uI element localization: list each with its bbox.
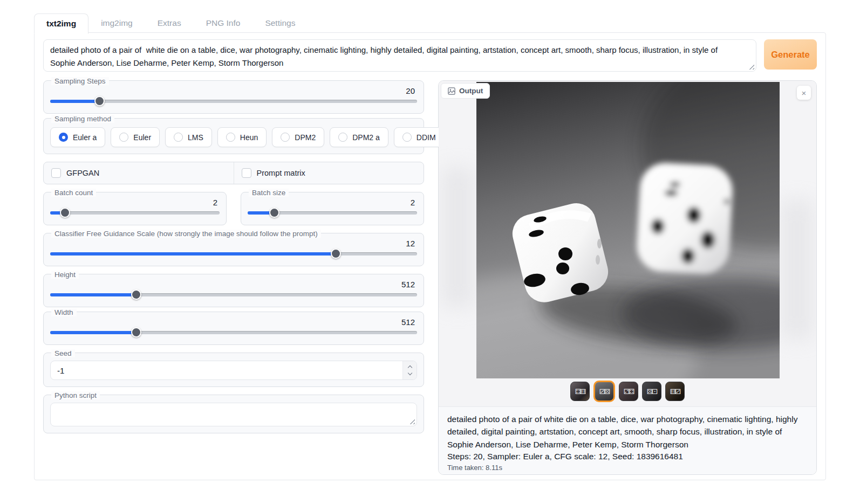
radio-label: DDIM [417, 133, 436, 142]
width-value: 512 [50, 317, 417, 327]
radio-euler-a[interactable]: Euler a [50, 127, 105, 147]
close-icon[interactable]: × [797, 86, 811, 100]
caption-params: Steps: 20, Sampler: Euler a, CFG scale: … [447, 452, 808, 461]
width-slider[interactable] [50, 327, 417, 338]
radio-dot-icon [402, 133, 412, 142]
cfg-scale-slider[interactable] [50, 248, 417, 259]
viewer-blur-right [781, 199, 813, 340]
prompt-box: detailed photo of a pair of white die on… [43, 39, 756, 72]
batch-size-slider[interactable] [248, 208, 417, 218]
gfpgan-checkbox[interactable]: GFPGAN [44, 162, 234, 184]
thumbnail-5[interactable]: ⚅⚂ [665, 382, 685, 401]
sampling-method-options: Euler a Euler LMS Heun DPM2 DPM2 a DDIM … [50, 127, 417, 147]
radio-dot-icon [59, 133, 68, 142]
thumbnail-strip: ⚃⚅ ⚂⚄ ⚁⚃ ⚄⚀ ⚅⚂ [439, 382, 816, 402]
batch-size-group: Batch size 2 [241, 192, 424, 225]
radio-label: LMS [188, 133, 203, 142]
batch-size-value: 2 [248, 198, 417, 207]
settings-column: Sampling Steps 20 Sampling method Euler … [43, 80, 424, 475]
radio-dot-icon [119, 133, 128, 142]
batch-count-slider[interactable] [50, 208, 220, 218]
height-value: 512 [50, 280, 417, 289]
seed-group: Seed -1 [43, 353, 424, 387]
sampling-steps-value: 20 [50, 86, 417, 95]
gfpgan-label: GFPGAN [66, 169, 99, 177]
tab-bar: txt2img img2img Extras PNG Info Settings [34, 13, 308, 33]
sampling-steps-slider[interactable] [50, 96, 417, 107]
radio-euler[interactable]: Euler [111, 127, 160, 147]
thumbnail-3[interactable]: ⚁⚃ [619, 382, 638, 401]
prompt-matrix-checkbox[interactable]: Prompt matrix [234, 162, 424, 184]
spinner-up-icon[interactable] [407, 365, 412, 370]
number-spinner[interactable] [402, 361, 417, 379]
image-viewer: Output × ⚃⚅ ⚂⚄ ⚁⚃ ⚄⚀ ⚅⚂ [439, 81, 816, 406]
tab-txt2img[interactable]: txt2img [34, 13, 88, 34]
thumbnail-1[interactable]: ⚃⚅ [570, 382, 590, 401]
python-script-input[interactable] [51, 403, 417, 426]
radio-dot-icon [281, 133, 290, 142]
batch-count-group: Batch count 2 [43, 192, 227, 225]
checkbox-icon [242, 168, 251, 178]
tab-png-info[interactable]: PNG Info [194, 13, 253, 33]
app-root: txt2img img2img Extras PNG Info Settings… [0, 0, 860, 504]
radio-label: Euler [133, 133, 151, 142]
width-label: Width [51, 308, 77, 316]
caption-prompt: detailed photo of a pair of white die on… [447, 413, 808, 451]
output-column: Output × ⚃⚅ ⚂⚄ ⚁⚃ ⚄⚀ ⚅⚂ detailed photo o… [438, 80, 817, 475]
prompt-row: detailed photo of a pair of white die on… [43, 39, 817, 72]
txt2img-panel: detailed photo of a pair of white die on… [34, 32, 826, 480]
cfg-scale-label: Classifier Free Guidance Scale (how stro… [51, 230, 321, 238]
generate-button[interactable]: Generate [764, 39, 817, 70]
prompt-input[interactable]: detailed photo of a pair of white die on… [44, 40, 756, 69]
generated-image[interactable] [476, 82, 780, 378]
height-label: Height [51, 271, 79, 279]
cfg-scale-group: Classifier Free Guidance Scale (how stro… [43, 233, 424, 266]
seed-value: -1 [51, 366, 64, 375]
radio-heun[interactable]: Heun [217, 127, 267, 147]
radio-ddim[interactable]: DDIM [394, 127, 445, 147]
tab-extras[interactable]: Extras [145, 13, 194, 33]
cfg-scale-value: 12 [50, 239, 417, 248]
radio-dpm2[interactable]: DPM2 [272, 127, 324, 147]
sampling-method-label: Sampling method [51, 115, 114, 123]
python-script-label: Python script [51, 391, 100, 399]
radio-dot-icon [226, 133, 235, 142]
radio-dot-icon [338, 133, 347, 142]
seed-label: Seed [51, 349, 75, 357]
viewer-blur-left [442, 167, 474, 307]
python-script-box [50, 403, 417, 426]
generation-info: detailed photo of a pair of white die on… [439, 406, 816, 475]
batch-size-label: Batch size [249, 189, 289, 197]
sampling-steps-label: Sampling Steps [51, 77, 109, 85]
radio-label: DPM2 a [352, 133, 380, 142]
batch-count-value: 2 [50, 198, 220, 207]
sampling-method-group: Sampling method Euler a Euler LMS Heun D… [43, 118, 424, 154]
sampling-steps-group: Sampling Steps 20 [43, 80, 424, 114]
radio-label: Euler a [73, 133, 97, 142]
radio-label: Heun [240, 133, 258, 142]
output-panel: Output × ⚃⚅ ⚂⚄ ⚁⚃ ⚄⚀ ⚅⚂ detailed photo o… [438, 80, 817, 475]
height-group: Height 512 [43, 274, 424, 307]
checkbox-icon [51, 168, 61, 178]
toggles-group: GFPGAN Prompt matrix [43, 162, 424, 184]
caption-time: Time taken: 8.11s [447, 464, 808, 472]
height-slider[interactable] [50, 289, 417, 300]
spinner-down-icon[interactable] [407, 371, 412, 375]
radio-dpm2-a[interactable]: DPM2 a [330, 127, 388, 147]
thumbnail-4[interactable]: ⚄⚀ [642, 382, 661, 401]
batch-count-label: Batch count [51, 189, 96, 197]
prompt-matrix-label: Prompt matrix [257, 169, 305, 177]
python-script-group: Python script [43, 395, 424, 433]
image-icon [448, 87, 455, 95]
output-chip: Output [441, 83, 490, 99]
tab-img2img[interactable]: img2img [88, 13, 145, 33]
radio-lms[interactable]: LMS [165, 127, 212, 147]
radio-dot-icon [174, 133, 183, 142]
thumbnail-2-selected[interactable]: ⚂⚄ [593, 381, 615, 402]
seed-input[interactable]: -1 [50, 361, 417, 380]
output-label: Output [459, 87, 483, 95]
radio-label: DPM2 [295, 133, 316, 142]
width-group: Width 512 [43, 312, 424, 345]
tab-settings[interactable]: Settings [252, 13, 308, 33]
